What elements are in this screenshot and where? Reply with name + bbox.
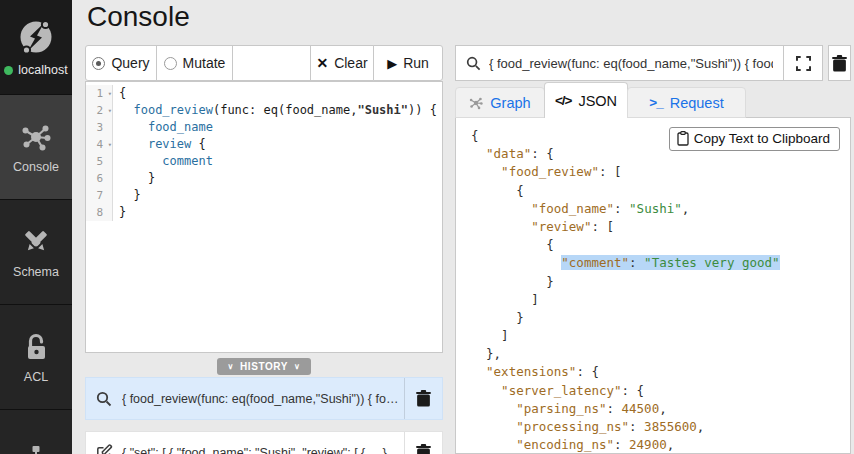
tab-label: Request <box>670 95 724 111</box>
history-item-mutation[interactable]: { "set": [ { "food_name": "Sushi", "revi… <box>85 431 443 454</box>
sidebar-item-label: Schema <box>13 265 59 279</box>
connection-status-dot <box>4 66 13 75</box>
line-number[interactable]: 2▾ <box>86 102 113 119</box>
delete-history-item-button[interactable] <box>404 378 442 419</box>
run-button[interactable]: ▶ Run <box>373 45 443 81</box>
mutate-radio-label: Mutate <box>183 55 226 71</box>
server-label: localhost <box>18 63 67 77</box>
query-editor[interactable]: 1▾{2▾ food_review(func: eq(food_name,"Su… <box>85 81 443 353</box>
sidebar-item-schema[interactable]: Schema <box>0 199 72 304</box>
radio-unselected-icon[interactable] <box>164 57 177 70</box>
results-searchbar: { food_review(func: eq(food_name,"Sushi"… <box>455 45 851 81</box>
line-number: 3 <box>86 119 113 136</box>
json-line: "processing_ns": 3855600, <box>471 418 780 436</box>
history-toggle-wrap: ∨ HISTORY ∨ <box>85 358 443 375</box>
fullscreen-button[interactable] <box>783 45 823 81</box>
editor-line: 8} <box>86 204 442 221</box>
line-number: 6 <box>86 170 113 187</box>
history-label: HISTORY <box>240 361 288 372</box>
line-number: 5 <box>86 153 113 170</box>
code-brackets-icon: </> <box>555 93 572 108</box>
main-area: Console Query Mutate ✕ Clear ▶ Run 1▾{2▾… <box>72 0 854 454</box>
json-line: "extensions": { <box>471 363 780 381</box>
json-output[interactable]: { "data": { "food_review": [ { "food_nam… <box>471 127 780 454</box>
graph-molecule-icon <box>469 96 483 110</box>
sidebar-item-label: Console <box>13 160 59 174</box>
editor-line: 4▾ review { <box>86 136 442 153</box>
sidebar-item-acl[interactable]: ACL <box>0 304 72 409</box>
unlocked-padlock-icon <box>20 331 52 363</box>
json-line: ] <box>471 327 780 345</box>
json-line: "parsing_ns": 44500, <box>471 400 780 418</box>
clear-button-label: Clear <box>334 55 367 71</box>
line-number[interactable]: 4▾ <box>86 136 113 153</box>
tab-graph[interactable]: Graph <box>455 87 545 118</box>
editor-line: 5 comment <box>86 153 442 170</box>
editor-line: 6 } <box>86 170 442 187</box>
clipboard-icon <box>677 131 689 146</box>
editor-line: 1▾{ <box>86 85 442 102</box>
json-result-panel: Copy Text to Clipboard { "data": { "food… <box>455 117 851 454</box>
json-line: ] <box>471 291 780 309</box>
clear-x-icon: ✕ <box>316 55 328 71</box>
json-line: }, <box>471 345 780 363</box>
line-number: 7 <box>86 187 113 204</box>
line-number: 8 <box>86 204 113 221</box>
json-line: } <box>471 273 780 291</box>
editor-line: 7 } <box>86 187 442 204</box>
json-line: { <box>471 236 780 254</box>
history-item-query[interactable]: { food_review(func: eq(food_name,"Sushi"… <box>85 377 443 420</box>
json-line: "server_latency": { <box>471 382 780 400</box>
sidebar-brand[interactable]: localhost <box>0 0 72 94</box>
chevron-down-icon: ∨ <box>294 362 300 371</box>
run-button-label: Run <box>403 55 429 71</box>
tab-label: JSON <box>578 93 617 109</box>
line-number[interactable]: 1▾ <box>86 85 113 102</box>
search-icon <box>86 378 122 419</box>
copy-to-clipboard-button[interactable]: Copy Text to Clipboard <box>669 127 840 151</box>
results-search-text: { food_review(func: eq(food_name,"Sushi"… <box>489 56 773 71</box>
sidebar: localhost Console Sc <box>0 0 72 454</box>
query-toolbar: Query Mutate ✕ Clear ▶ Run <box>85 45 443 81</box>
clear-results-button[interactable] <box>828 45 851 81</box>
fullscreen-icon <box>796 56 811 71</box>
clear-button[interactable]: ✕ Clear <box>310 45 374 81</box>
editor-line: 2▾ food_review(func: eq(food_name,"Sushi… <box>86 102 442 119</box>
query-radio-label: Query <box>111 55 149 71</box>
sidebar-item-label: ACL <box>24 370 48 384</box>
toolbar-spacer <box>232 45 311 81</box>
history-item-text: { food_review(func: eq(food_name,"Sushi"… <box>122 392 404 406</box>
sidebar-item-cluster[interactable] <box>0 409 72 454</box>
json-line: "comment": "Tastes very good" <box>471 254 780 272</box>
history-item-text: { "set": [ { "food_name": "Sushi", "revi… <box>122 446 404 454</box>
tab-request[interactable]: >_ Request <box>627 87 746 118</box>
results-tabs: Graph </> JSON >_ Request <box>455 82 745 118</box>
sidebar-item-console[interactable]: Console <box>0 94 72 199</box>
trash-icon <box>416 390 431 407</box>
json-line: } <box>471 309 780 327</box>
terminal-prompt-icon: >_ <box>649 95 662 110</box>
tab-label: Graph <box>490 95 530 111</box>
results-search-input[interactable]: { food_review(func: eq(food_name,"Sushi"… <box>455 45 784 81</box>
search-icon <box>466 56 481 71</box>
json-line: "review": [ <box>471 218 780 236</box>
mutate-radio-button[interactable]: Mutate <box>156 45 233 81</box>
delete-history-item-button[interactable] <box>404 432 442 454</box>
trash-icon <box>416 444 431 454</box>
tab-json[interactable]: </> JSON <box>544 82 628 118</box>
json-line: "encoding_ns": 24900, <box>471 436 780 454</box>
run-play-icon: ▶ <box>387 56 397 71</box>
query-radio-button[interactable]: Query <box>85 45 157 81</box>
trash-icon <box>832 55 847 72</box>
json-line: { <box>471 182 780 200</box>
editor-line: 3 food_name <box>86 119 442 136</box>
history-toggle-button[interactable]: ∨ HISTORY ∨ <box>217 358 310 375</box>
fold-arrow-icon[interactable]: ▾ <box>108 137 112 154</box>
fold-arrow-icon[interactable]: ▾ <box>108 103 112 120</box>
edit-icon <box>86 432 122 454</box>
fold-arrow-icon[interactable]: ▾ <box>108 86 112 103</box>
radio-selected-icon[interactable] <box>92 57 105 70</box>
chevron-down-icon: ∨ <box>227 362 233 371</box>
console-molecule-icon <box>20 121 52 153</box>
dgraph-logo-icon <box>16 17 56 57</box>
